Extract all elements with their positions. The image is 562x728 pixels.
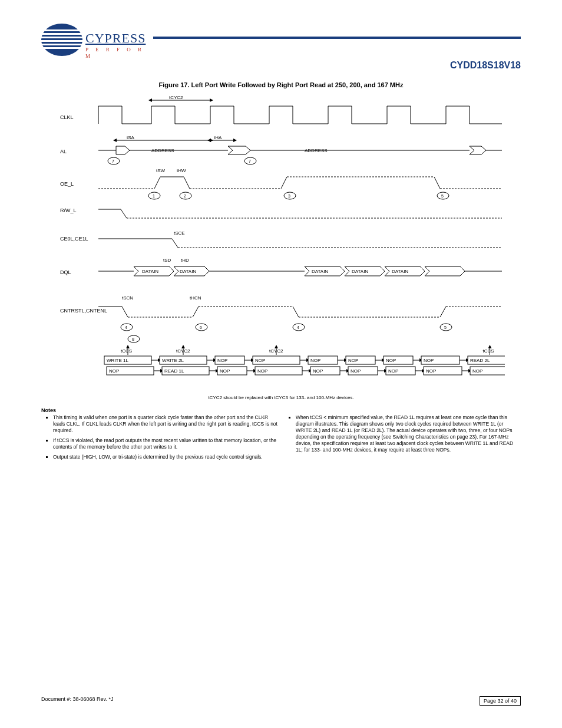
sequence-row-2: NOPREAD 1LNOPNOPNOPNOPNOPNOPNOP <box>107 367 505 375</box>
globe-icon <box>41 24 82 56</box>
svg-line-21 <box>434 177 440 189</box>
doc-id: Document #: 38-06068 Rev. *J <box>41 696 113 706</box>
svg-text:7: 7 <box>112 159 114 163</box>
svg-text:1: 1 <box>153 194 155 198</box>
svg-text:NOP: NOP <box>255 358 265 363</box>
svg-text:tSCN: tSCN <box>122 295 133 301</box>
sig-rwl: R/W_L <box>60 207 77 213</box>
sig-dql: DQL <box>60 269 71 275</box>
svg-line-34 <box>121 209 127 218</box>
svg-line-51 <box>122 307 128 317</box>
sequence-row-1: WRITE 1LWRITE 2LNOPNOPNOPNOPNOPNOPREAD 2… <box>104 356 505 364</box>
svg-text:8: 8 <box>132 337 134 341</box>
svg-text:6: 6 <box>200 325 202 330</box>
svg-text:4: 4 <box>297 325 299 330</box>
svg-text:ADDRESS: ADDRESS <box>305 148 328 153</box>
dql-bus: DATAIN DATAIN DATAIN DATAIN DATAIN <box>98 266 502 276</box>
svg-text:NOP: NOP <box>217 358 227 363</box>
notes-heading: Notes <box>41 407 521 413</box>
page: CYPRESS P E R F O R M CYDD18S18V18 Figur… <box>0 0 562 723</box>
cntl-trace: 4 6 4 5 8 <box>98 307 502 342</box>
svg-text:7: 7 <box>249 159 251 163</box>
figure-number: Figure 17. <box>159 81 190 88</box>
brand-name: CYPRESS <box>85 31 146 45</box>
svg-text:DATAIN: DATAIN <box>352 269 368 274</box>
svg-text:NOP: NOP <box>348 358 358 363</box>
svg-text:3: 3 <box>288 194 290 198</box>
svg-text:DATAIN: DATAIN <box>312 269 328 274</box>
notes-list: This timing is valid when one port is a … <box>41 414 521 460</box>
svg-line-19 <box>281 177 287 189</box>
svg-text:NOP: NOP <box>220 368 230 374</box>
svg-line-15 <box>154 177 160 189</box>
figure-footnote: tCYC2 should be replaced with tCYC3 for … <box>41 395 521 400</box>
svg-text:NOP: NOP <box>313 368 323 374</box>
svg-text:NOP: NOP <box>426 368 436 374</box>
svg-text:tCCS: tCCS <box>483 348 494 354</box>
sig-cel: CE0L,CE1L <box>60 236 88 242</box>
svg-line-17 <box>184 177 190 189</box>
sig-clkl: CLKL <box>60 114 74 120</box>
footer: Document #: 38-06068 Rev. *J Page 32 of … <box>41 696 521 706</box>
svg-text:tHA: tHA <box>214 135 222 140</box>
svg-text:tHD: tHD <box>181 258 189 263</box>
svg-text:NOP: NOP <box>388 368 398 374</box>
timing-diagram: CLKL AL OE_L R/W_L CE0L,CE1L DQL CNTRSTL… <box>57 94 505 390</box>
tcyc-label: tCYC2 <box>169 95 183 100</box>
svg-text:READ 2L: READ 2L <box>470 358 490 363</box>
svg-text:tSW: tSW <box>156 168 166 173</box>
svg-text:tHW: tHW <box>177 168 186 173</box>
svg-text:ADDRESS: ADDRESS <box>151 148 174 153</box>
clk-wave <box>98 106 502 124</box>
note-item: Output state (HIGH, LOW, or tri-state) i… <box>53 454 278 460</box>
figure-title: Figure 17. Left Port Write Followed by R… <box>41 81 521 88</box>
svg-text:READ 1L: READ 1L <box>164 368 184 374</box>
svg-text:NOP: NOP <box>310 358 320 363</box>
note-item: If tCCS is violated, the read port outpu… <box>53 437 278 450</box>
svg-text:tSA: tSA <box>127 135 135 140</box>
svg-text:DATAIN: DATAIN <box>180 269 196 274</box>
figure-caption: Left Port Write Followed by Right Port R… <box>191 81 404 88</box>
al-bus: ADDRESS ADDRESS <box>98 146 502 154</box>
header-rule <box>153 37 521 39</box>
svg-text:NOP: NOP <box>386 358 396 363</box>
svg-text:NOP: NOP <box>257 368 267 374</box>
svg-text:5: 5 <box>441 194 444 198</box>
sig-al: AL <box>60 149 67 154</box>
svg-text:tSCE: tSCE <box>174 230 185 236</box>
svg-line-57 <box>440 307 446 317</box>
svg-text:NOP: NOP <box>472 368 482 374</box>
header: CYPRESS P E R F O R M <box>41 24 521 59</box>
note-item: This timing is valid when one port is a … <box>53 414 278 434</box>
svg-text:4: 4 <box>125 325 127 330</box>
timing-svg: CLKL AL OE_L R/W_L CE0L,CE1L DQL CNTRSTL… <box>57 94 505 389</box>
page-number: Page 32 of 40 <box>480 696 521 706</box>
svg-text:tSD: tSD <box>163 258 171 263</box>
logo: CYPRESS P E R F O R M <box>41 24 147 59</box>
rwl-trace <box>98 209 502 218</box>
svg-text:NOP: NOP <box>424 358 434 363</box>
part-number: CYDD18S18V18 <box>41 60 521 71</box>
oel-trace: 1 2 3 5 <box>98 177 502 199</box>
svg-line-53 <box>193 307 199 317</box>
svg-text:DATAIN: DATAIN <box>142 269 158 274</box>
svg-text:5: 5 <box>444 325 447 330</box>
sequence-row-top: tCCStCYC2tCYC2tCCS <box>121 348 494 355</box>
sig-cntl: CNTRSTL,CNTENL <box>60 308 107 314</box>
svg-text:WRITE 1L: WRITE 1L <box>107 358 128 363</box>
svg-line-55 <box>293 307 299 317</box>
note-item: When tCCS < minimum specified value, the… <box>296 414 521 453</box>
svg-text:2: 2 <box>184 194 186 198</box>
brand-tagline: P E R F O R M <box>85 47 144 59</box>
svg-text:tCCS: tCCS <box>121 348 132 354</box>
cel-trace <box>98 239 502 248</box>
svg-text:NOP: NOP <box>351 368 361 374</box>
svg-line-37 <box>172 239 178 248</box>
svg-text:DATAIN: DATAIN <box>392 269 408 274</box>
svg-text:tHCN: tHCN <box>190 295 201 301</box>
sig-oel: OE_L <box>60 181 74 187</box>
logo-text: CYPRESS P E R F O R M <box>85 31 147 59</box>
svg-text:WRITE 2L: WRITE 2L <box>162 358 184 363</box>
svg-text:NOP: NOP <box>109 368 119 374</box>
